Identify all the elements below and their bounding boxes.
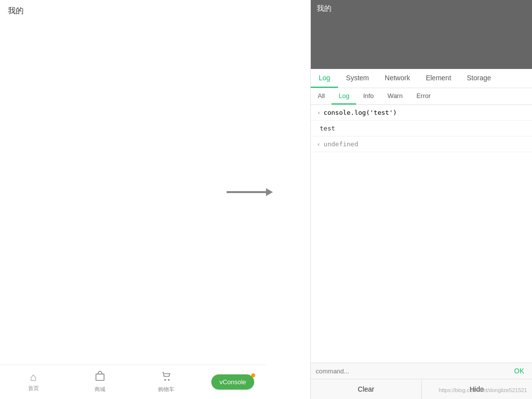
arrow-line bbox=[227, 191, 266, 193]
hide-button[interactable]: Hide bbox=[422, 379, 532, 399]
vconsole-label: vConsole bbox=[219, 378, 246, 386]
command-row: OK bbox=[311, 363, 532, 379]
console-result-text: undefined bbox=[324, 140, 358, 148]
tab2-all[interactable]: All bbox=[311, 88, 332, 104]
app-title: 我的 bbox=[0, 0, 266, 22]
bottom-nav: ⌂ 首页 商城 购物车 bbox=[0, 365, 266, 399]
svg-rect-0 bbox=[96, 374, 104, 380]
vconsole-panel: 我的 Log System Network Element Storage Al… bbox=[310, 0, 532, 399]
tab-network[interactable]: Network bbox=[377, 69, 418, 88]
app-content bbox=[0, 22, 266, 399]
tab2-info[interactable]: Info bbox=[356, 88, 381, 104]
shop-label: 商城 bbox=[95, 386, 105, 393]
home-label: 首页 bbox=[28, 385, 39, 392]
console-row-output: test bbox=[311, 121, 532, 136]
command-input[interactable] bbox=[316, 367, 511, 375]
cart-label: 购物车 bbox=[158, 386, 174, 393]
nav-item-vconsole[interactable]: vConsole bbox=[200, 374, 266, 390]
home-icon: ⌂ bbox=[30, 372, 36, 383]
app-panel: 我的 ⌂ 首页 商城 购物车 bbox=[0, 0, 266, 399]
vconsole-dot bbox=[251, 373, 255, 377]
console-content: › console.log('test') test ‹ undefined bbox=[311, 105, 532, 363]
vconsole-button[interactable]: vConsole bbox=[211, 374, 254, 390]
ok-button[interactable]: OK bbox=[511, 366, 527, 376]
tab-element[interactable]: Element bbox=[418, 69, 459, 88]
arrow bbox=[227, 188, 273, 196]
console-footer: OK Clear Hide bbox=[311, 363, 532, 399]
action-row: Clear Hide bbox=[311, 379, 532, 399]
vconsole-preview-title: 我的 bbox=[317, 4, 332, 13]
chevron-left-icon: ‹ bbox=[317, 140, 321, 148]
clear-button[interactable]: Clear bbox=[311, 379, 422, 399]
cart-icon bbox=[161, 371, 172, 384]
tabs-row2: All Log Info Warn Error bbox=[311, 88, 532, 105]
tab2-warn[interactable]: Warn bbox=[381, 88, 410, 104]
arrow-shape bbox=[227, 188, 273, 196]
console-output-text: test bbox=[320, 125, 335, 132]
nav-item-home[interactable]: ⌂ 首页 bbox=[0, 372, 66, 392]
chevron-right-icon: › bbox=[317, 109, 321, 116]
console-row-command: › console.log('test') bbox=[311, 105, 532, 121]
tab-log[interactable]: Log bbox=[311, 69, 338, 88]
arrow-head bbox=[266, 188, 273, 196]
tab2-error[interactable]: Error bbox=[409, 88, 437, 104]
tabs-row1: Log System Network Element Storage bbox=[311, 69, 532, 88]
nav-item-shop[interactable]: 商城 bbox=[66, 371, 133, 393]
tab-storage[interactable]: Storage bbox=[459, 69, 499, 88]
shop-icon bbox=[95, 371, 105, 384]
svg-point-2 bbox=[168, 379, 169, 380]
nav-item-cart[interactable]: 购物车 bbox=[133, 371, 200, 393]
tab-system[interactable]: System bbox=[338, 69, 377, 88]
vconsole-preview: 我的 bbox=[311, 0, 532, 69]
console-row-result: ‹ undefined bbox=[311, 136, 532, 152]
svg-point-1 bbox=[165, 379, 166, 380]
console-command-text: console.log('test') bbox=[324, 109, 397, 116]
tab2-log[interactable]: Log bbox=[332, 88, 356, 104]
